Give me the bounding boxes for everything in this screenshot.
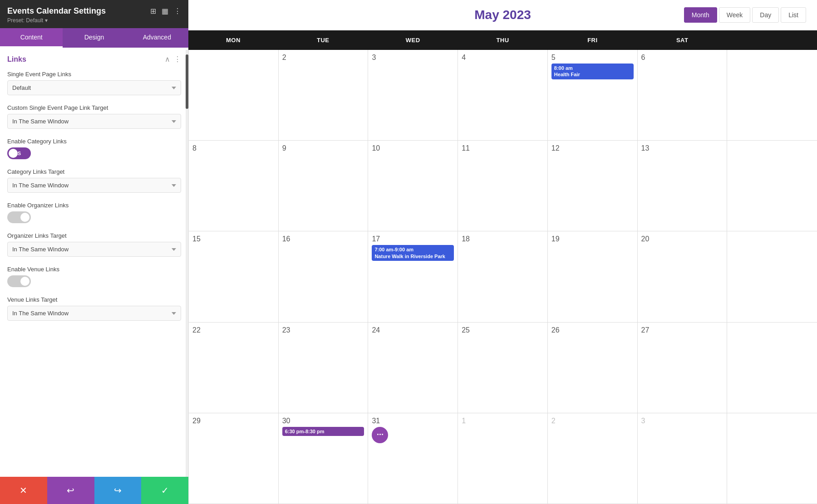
calendar-grid: MON TUE WED THU FRI SAT 2 3 4 5 8:00 amH… [188,30,817,504]
organizer-links-target-field: Organizer Links Target In The Same Windo… [7,232,181,257]
scrollbar-track [186,50,188,477]
enable-category-links-label: Enable Category Links [7,138,181,145]
cal-cell-6[interactable]: 6 [638,50,728,140]
cancel-button[interactable]: ✕ [0,477,47,504]
venue-links-target-field: Venue Links Target In The Same Window In… [7,296,181,321]
nav-month-button[interactable]: Month [684,7,717,23]
cal-cell-12[interactable]: 12 [548,141,638,231]
cal-cell-18[interactable]: 18 [458,231,548,322]
category-links-target-field: Category Links Target In The Same Window… [7,168,181,193]
category-links-target-select[interactable]: In The Same Window In A New Window [7,178,181,193]
cal-cell-1-june[interactable]: 1 [458,413,548,504]
custom-link-target-field: Custom Single Event Page Link Target In … [7,104,181,129]
save-button[interactable]: ✓ [141,477,188,504]
event-630pm[interactable]: 6:30 pm-8:30 pm [282,427,364,436]
more-events-dot[interactable]: ··· [372,427,388,443]
cal-cell-30[interactable]: 30 6:30 pm-8:30 pm [279,413,369,504]
cell-date-26: 26 [551,326,634,334]
day-header-wed: WED [368,30,458,50]
cell-date-25: 25 [462,326,544,334]
expand-icon[interactable]: ⊞ [150,7,156,15]
cell-date-24: 24 [372,326,454,334]
calendar-title: May 2023 [474,8,531,22]
nav-day-button[interactable]: Day [752,7,779,23]
cal-cell-5[interactable]: 5 8:00 amHealth Fair [548,50,638,140]
cal-cell-19[interactable]: 19 [548,231,638,322]
single-event-page-links-select[interactable]: Default Custom [7,80,181,95]
grid-icon[interactable]: ▦ [162,7,168,15]
undo-button[interactable]: ↩ [47,477,94,504]
custom-link-target-select[interactable]: In The Same Window In A New Window [7,114,181,129]
cell-date-5: 5 [551,54,634,62]
nav-week-button[interactable]: Week [719,7,751,23]
cell-date-4: 4 [462,54,544,62]
event-nature-walk[interactable]: 7:00 am-9:00 amNature Walk in Riverside … [372,245,454,261]
organizer-links-target-select[interactable]: In The Same Window In A New Window [7,242,181,257]
cal-cell-26[interactable]: 26 [548,323,638,413]
cal-cell-9[interactable]: 9 [279,141,369,231]
calendar-nav-buttons: Month Week Day List [684,7,806,23]
event-health-fair[interactable]: 8:00 amHealth Fair [551,64,634,79]
venue-links-target-select[interactable]: In The Same Window In A New Window [7,306,181,321]
cal-cell-8[interactable]: 8 [189,141,279,231]
cal-cell-20[interactable]: 20 [638,231,728,322]
cell-date-19: 19 [551,235,634,243]
panel-header-icons: ⊞ ▦ ⋮ [150,7,181,15]
panel-content: Links ∧ ⋮ Single Event Page Links Defaul… [0,48,188,504]
enable-organizer-links-toggle-group: NO [7,211,181,223]
cal-cell-empty [189,50,279,140]
cell-date-9: 9 [282,144,364,152]
cal-cell-27[interactable]: 27 [638,323,728,413]
cal-cell-31[interactable]: 31 ··· [368,413,458,504]
cal-cell-29[interactable]: 29 [189,413,279,504]
calendar-header: May 2023 Month Week Day List [188,0,817,30]
cell-date-3: 3 [372,54,454,62]
cell-date-6: 6 [641,54,723,62]
cal-cell-25[interactable]: 25 [458,323,548,413]
cal-cell-10[interactable]: 10 [368,141,458,231]
enable-organizer-links-toggle[interactable]: NO [7,211,31,223]
nav-list-button[interactable]: List [781,7,806,23]
calendar-week-3: 15 16 17 7:00 am-9:00 amNature Walk in R… [189,231,817,322]
cal-cell-22[interactable]: 22 [189,323,279,413]
category-links-target-label: Category Links Target [7,168,181,175]
organizer-links-target-label: Organizer Links Target [7,232,181,239]
tab-content[interactable]: Content [0,28,63,48]
toggle-knob [9,149,18,158]
section-header: Links ∧ ⋮ [7,55,181,64]
enable-venue-links-label: Enable Venue Links [7,266,181,273]
cal-cell-24[interactable]: 24 [368,323,458,413]
section-more-icon[interactable]: ⋮ [174,55,181,64]
single-event-page-links-field: Single Event Page Links Default Custom [7,71,181,95]
scrollbar-thumb[interactable] [186,54,188,109]
cal-cell-17[interactable]: 17 7:00 am-9:00 amNature Walk in Riversi… [368,231,458,322]
cell-date-17: 17 [372,235,454,243]
collapse-icon[interactable]: ∧ [165,55,170,64]
enable-venue-links-toggle[interactable]: NO [7,275,31,287]
cell-date-27: 27 [641,326,723,334]
tab-advanced[interactable]: Advanced [126,28,188,48]
venue-links-target-label: Venue Links Target [7,296,181,303]
cal-cell-3-june[interactable]: 3 [638,413,728,504]
day-header-tue: TUE [278,30,368,50]
cal-cell-15[interactable]: 15 [189,231,279,322]
cal-cell-13[interactable]: 13 [638,141,728,231]
more-icon[interactable]: ⋮ [174,7,181,15]
redo-button[interactable]: ↪ [94,477,142,504]
enable-venue-links-toggle-group: NO [7,275,181,287]
enable-category-links-toggle[interactable]: YES [7,147,31,159]
right-panel: May 2023 Month Week Day List MON TUE WED… [188,0,817,504]
cal-cell-16[interactable]: 16 [279,231,369,322]
cal-cell-2-june[interactable]: 2 [548,413,638,504]
cal-cell-2[interactable]: 2 [279,50,369,140]
tab-design[interactable]: Design [63,28,125,48]
cal-cell-3[interactable]: 3 [368,50,458,140]
panel-preset[interactable]: Preset: Default ▾ [7,17,181,24]
cal-cell-11[interactable]: 11 [458,141,548,231]
cal-cell-4[interactable]: 4 [458,50,548,140]
enable-venue-links-field: Enable Venue Links NO [7,266,181,287]
cal-cell-23[interactable]: 23 [279,323,369,413]
cell-date-11: 11 [462,144,544,152]
calendar-week-5: 29 30 6:30 pm-8:30 pm 31 ··· 1 2 3 [189,413,817,504]
day-header-mon: MON [188,30,278,50]
